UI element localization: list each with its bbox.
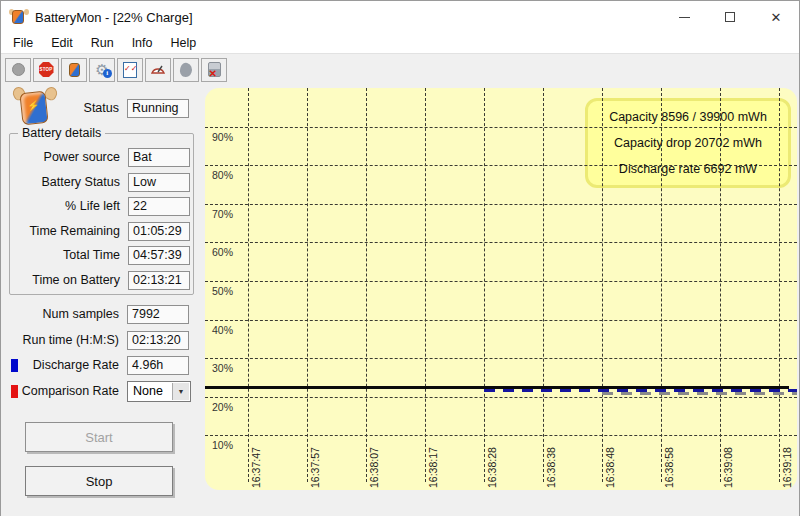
- annotation-line-0: Capacity 8596 / 39900 mWh: [585, 110, 791, 124]
- device-error-icon: ✕: [208, 62, 221, 77]
- field-label-time-remaining: Time Remaining: [2, 224, 120, 238]
- field-value-time-remaining: 01:05:29: [128, 222, 190, 241]
- window-title: BatteryMon - [22% Charge]: [35, 10, 193, 25]
- close-icon: ✕: [771, 10, 782, 25]
- minimize-button[interactable]: [661, 1, 707, 33]
- h-gridline-70: [205, 204, 797, 205]
- field-value--life-left: 22: [128, 197, 190, 216]
- error-x: ✕: [209, 69, 217, 79]
- info-badge: i: [103, 69, 112, 78]
- field-value-time-on-battery: 02:13:21: [128, 271, 190, 290]
- field-label-time-on-battery: Time on Battery: [2, 273, 120, 287]
- toolbar: STOP⚙i✓✓✕: [1, 54, 799, 84]
- chevron-down-icon[interactable]: ▼: [172, 383, 189, 400]
- field-label-total-time: Total Time: [2, 248, 120, 262]
- x-axis-label-2: 16:38:07: [368, 430, 380, 488]
- battery-icon: [69, 63, 80, 77]
- v-gridline-0: [248, 88, 249, 482]
- x-axis-label-6: 16:38:48: [604, 430, 616, 488]
- minimize-icon: [679, 17, 690, 18]
- toolbar-button-record[interactable]: [5, 58, 31, 82]
- y-axis-label-50: 50%: [212, 285, 233, 297]
- annotation-line-2: Discharge rate 6692 mW: [585, 162, 791, 176]
- field-label-battery-status: Battery Status: [2, 175, 120, 189]
- field-label-power-source: Power source: [2, 150, 120, 164]
- stat-value-num-samples: 7992: [127, 305, 189, 324]
- toolbar-button-gear-info[interactable]: ⚙i: [89, 58, 115, 82]
- checklist-icon: ✓✓: [123, 62, 137, 78]
- x-axis-label-5: 16:38:38: [545, 430, 557, 488]
- toolbar-button-silhouette[interactable]: [173, 58, 199, 82]
- y-axis-label-40: 40%: [212, 324, 233, 336]
- main-area: ⚡ Status Running Battery details Power s…: [1, 84, 799, 516]
- menu-file[interactable]: File: [4, 33, 42, 53]
- status-field: Running: [127, 99, 189, 118]
- status-label: Status: [1, 101, 119, 115]
- gear-info-icon: ⚙i: [95, 62, 108, 77]
- maximize-icon: [725, 12, 735, 22]
- x-axis-label-9: 16:39:18: [781, 430, 793, 488]
- x-axis-label-0: 16:37:47: [250, 430, 262, 488]
- v-gridline-2: [366, 88, 367, 482]
- v-gridline-5: [543, 88, 544, 482]
- battery-details-group: Battery details Power sourceBatBattery S…: [9, 133, 194, 295]
- y-axis-label-10: 10%: [212, 439, 233, 451]
- toolbar-button-gauge[interactable]: [145, 58, 171, 82]
- stat-label-run-time-h-m-s-: Run time (H:M:S): [1, 333, 119, 347]
- stop-sign-icon: STOP: [39, 62, 54, 77]
- record-icon: [12, 63, 25, 76]
- x-axis-label-4: 16:38:28: [486, 430, 498, 488]
- toolbar-button-battery[interactable]: [61, 58, 87, 82]
- x-axis-label-3: 16:38:17: [427, 430, 439, 488]
- y-axis-label-70: 70%: [212, 208, 233, 220]
- close-button[interactable]: ✕: [753, 1, 799, 33]
- start-button[interactable]: Start: [25, 422, 173, 452]
- comparison-trend-line: [602, 392, 797, 395]
- h-gridline-50: [205, 281, 797, 282]
- x-axis-label-7: 16:38:58: [663, 430, 675, 488]
- field-label--life-left: % Life left: [2, 199, 120, 213]
- maximize-button[interactable]: [707, 1, 753, 33]
- menu-help[interactable]: Help: [162, 33, 206, 53]
- stat-value-discharge-rate: 4.96h: [127, 356, 189, 375]
- capacity-info-text: Capacity 8596 / 39900 mWhCapacity drop 2…: [585, 98, 791, 188]
- toolbar-button-checklist[interactable]: ✓✓: [117, 58, 143, 82]
- menu-edit[interactable]: Edit: [42, 33, 82, 53]
- h-gridline-10: [205, 435, 797, 436]
- x-axis-label-8: 16:39:08: [722, 430, 734, 488]
- battery-details-title: Battery details: [18, 126, 105, 140]
- h-gridline-30: [205, 358, 797, 359]
- menu-run[interactable]: Run: [82, 33, 123, 53]
- menu-info[interactable]: Info: [123, 33, 162, 53]
- y-axis-label-90: 90%: [212, 131, 233, 143]
- stat-label-num-samples: Num samples: [1, 307, 119, 321]
- field-value-power-source: Bat: [128, 148, 190, 167]
- y-axis-label-20: 20%: [212, 401, 233, 413]
- stop-button[interactable]: Stop: [25, 466, 173, 496]
- comparison-rate-dropdown[interactable]: None▼: [127, 381, 191, 402]
- h-gridline-20: [205, 397, 797, 398]
- window-controls: ✕: [661, 1, 799, 33]
- h-gridline-60: [205, 242, 797, 243]
- app-window: BatteryMon - [22% Charge] ✕ FileEditRunI…: [0, 0, 800, 516]
- stat-label-comparison-rate: Comparison Rate: [1, 384, 119, 398]
- stat-value-run-time-h-m-s-: 02:13:20: [127, 331, 189, 350]
- toolbar-button-stop-sign[interactable]: STOP: [33, 58, 59, 82]
- dropdown-selected-value: None: [133, 384, 163, 398]
- menu-bar: FileEditRunInfoHelp: [1, 33, 799, 54]
- v-gridline-1: [307, 88, 308, 482]
- toolbar-button-device-error[interactable]: ✕: [201, 58, 227, 82]
- field-value-total-time: 04:57:39: [128, 246, 190, 265]
- h-gridline-40: [205, 320, 797, 321]
- y-axis-label-30: 30%: [212, 362, 233, 374]
- battery-chart: 90%80%70%60%50%40%30%20%10%16:37:4716:37…: [205, 88, 797, 490]
- title-bar: BatteryMon - [22% Charge] ✕: [1, 1, 799, 33]
- x-axis-label-1: 16:37:57: [309, 430, 321, 488]
- v-gridline-3: [425, 88, 426, 482]
- y-axis-label-80: 80%: [212, 169, 233, 181]
- gauge-icon: [150, 61, 166, 78]
- v-gridline-4: [484, 88, 485, 482]
- silhouette-icon: [178, 61, 194, 78]
- annotation-line-1: Capacity drop 20702 mWh: [585, 136, 791, 150]
- field-value-battery-status: Low: [128, 173, 190, 192]
